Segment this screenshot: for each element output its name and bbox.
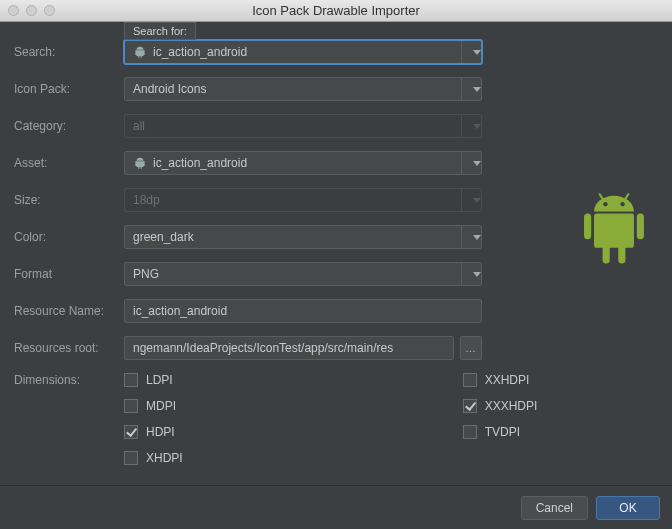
chevron-down-icon	[473, 87, 481, 92]
checkbox-xxxhdpi[interactable]: XXXHDPI	[463, 399, 538, 413]
label-format: Format	[14, 267, 124, 281]
chevron-down-icon	[473, 272, 481, 277]
checkbox-label: XXXHDPI	[485, 399, 538, 413]
label-color: Color:	[14, 230, 124, 244]
preview-image	[578, 190, 650, 272]
label-resroot: Resources root:	[14, 341, 124, 355]
svg-rect-5	[603, 245, 610, 264]
checkbox-box[interactable]	[463, 373, 477, 387]
checkbox-box[interactable]	[124, 399, 138, 413]
format-combo[interactable]: PNG	[124, 262, 482, 286]
cancel-button[interactable]: Cancel	[521, 496, 588, 520]
chevron-down-icon	[473, 50, 481, 55]
dialog-body: Search: Search for: ic_action_android Ic…	[0, 22, 672, 465]
checkbox-label: HDPI	[146, 425, 175, 439]
size-value: 18dp	[133, 193, 461, 207]
svg-rect-2	[594, 214, 634, 248]
checkbox-box[interactable]	[463, 425, 477, 439]
browse-button[interactable]: …	[460, 336, 482, 360]
search-value: ic_action_android	[153, 45, 461, 59]
chevron-down-icon	[473, 124, 481, 129]
checkbox-label: MDPI	[146, 399, 176, 413]
chevron-down-icon	[473, 235, 481, 240]
dimensions-right: XXHDPIXXXHDPITVDPI	[463, 373, 538, 465]
checkbox-hdpi[interactable]: HDPI	[124, 425, 183, 439]
android-icon	[133, 45, 147, 59]
chevron-down-icon	[473, 161, 481, 166]
iconpack-value: Android Icons	[133, 82, 461, 96]
checkbox-tvdpi[interactable]: TVDPI	[463, 425, 538, 439]
search-combo[interactable]: ic_action_android	[124, 40, 482, 64]
label-size: Size:	[14, 193, 124, 207]
checkbox-label: XXHDPI	[485, 373, 530, 387]
resroot-value: ngemann/IdeaProjects/IconTest/app/src/ma…	[133, 341, 393, 355]
format-value: PNG	[133, 267, 461, 281]
asset-combo[interactable]: ic_action_android	[124, 151, 482, 175]
checkbox-label: LDPI	[146, 373, 173, 387]
svg-rect-4	[637, 214, 644, 240]
checkbox-ldpi[interactable]: LDPI	[124, 373, 183, 387]
checkbox-box[interactable]	[124, 451, 138, 465]
tooltip-search: Search for:	[124, 22, 196, 40]
label-iconpack: Icon Pack:	[14, 82, 124, 96]
resources-root-input[interactable]: ngemann/IdeaProjects/IconTest/app/src/ma…	[124, 336, 454, 360]
svg-point-0	[603, 202, 607, 206]
color-combo[interactable]: green_dark	[124, 225, 482, 249]
titlebar: Icon Pack Drawable Importer	[0, 0, 672, 22]
size-combo: 18dp	[124, 188, 482, 212]
checkbox-box[interactable]	[463, 399, 477, 413]
checkbox-xxhdpi[interactable]: XXHDPI	[463, 373, 538, 387]
color-value: green_dark	[133, 230, 461, 244]
checkbox-box[interactable]	[124, 373, 138, 387]
dimensions-left: LDPIMDPIHDPIXHDPI	[124, 373, 183, 465]
android-icon	[133, 156, 147, 170]
checkbox-xhdpi[interactable]: XHDPI	[124, 451, 183, 465]
category-value: all	[133, 119, 461, 133]
svg-rect-3	[584, 214, 591, 240]
checkbox-label: XHDPI	[146, 451, 183, 465]
label-search: Search:	[14, 45, 124, 59]
svg-point-1	[620, 202, 624, 206]
resname-value: ic_action_android	[133, 304, 227, 318]
chevron-down-icon	[473, 198, 481, 203]
label-resname: Resource Name:	[14, 304, 124, 318]
label-category: Category:	[14, 119, 124, 133]
checkbox-mdpi[interactable]: MDPI	[124, 399, 183, 413]
iconpack-combo[interactable]: Android Icons	[124, 77, 482, 101]
ok-button[interactable]: OK	[596, 496, 660, 520]
window-title: Icon Pack Drawable Importer	[0, 3, 672, 18]
svg-rect-6	[618, 245, 625, 264]
label-asset: Asset:	[14, 156, 124, 170]
label-dimensions: Dimensions:	[14, 373, 124, 387]
resource-name-input[interactable]: ic_action_android	[124, 299, 482, 323]
checkbox-label: TVDPI	[485, 425, 520, 439]
category-combo: all	[124, 114, 482, 138]
asset-value: ic_action_android	[153, 156, 461, 170]
checkbox-box[interactable]	[124, 425, 138, 439]
dialog-footer: Cancel OK	[0, 485, 672, 529]
